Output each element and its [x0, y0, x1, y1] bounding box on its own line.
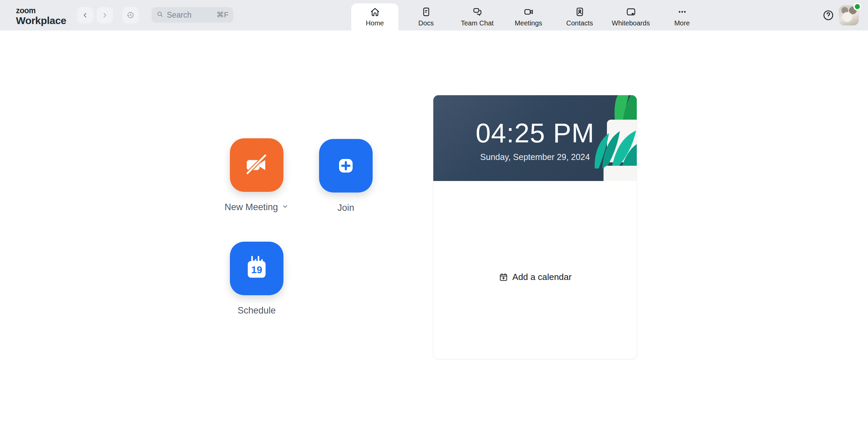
home-icon	[369, 5, 381, 18]
video-camera-icon	[522, 5, 535, 18]
search-input[interactable]	[167, 11, 214, 20]
app-header: zoom Workplace	[0, 0, 868, 31]
help-icon	[822, 9, 835, 23]
tab-docs-label: Docs	[418, 19, 434, 27]
tab-whiteboards-label: Whiteboards	[612, 19, 650, 27]
join-action: Join	[309, 139, 383, 213]
tab-home-label: Home	[366, 19, 384, 27]
search-bar[interactable]: ⌘F	[152, 7, 233, 23]
clock-date: Sunday, September 29, 2024	[433, 152, 637, 162]
clock-time: 04:25 PM	[433, 118, 637, 149]
tab-contacts[interactable]: Contacts	[554, 0, 605, 31]
schedule-button[interactable]: 19	[230, 242, 283, 295]
calendar-plus-icon	[498, 272, 509, 282]
calendar-day-number: 19	[251, 264, 262, 275]
zoom-workplace-window: zoom Workplace	[0, 0, 868, 423]
calendar-card: 04:25 PM Sunday, September 29, 2024 Add …	[433, 95, 637, 359]
tab-meetings[interactable]: Meetings	[503, 0, 554, 31]
join-button[interactable]	[319, 139, 373, 193]
calendar-icon: 19	[242, 254, 271, 283]
tab-team-chat-label: Team Chat	[461, 19, 494, 27]
presence-available-dot	[853, 3, 861, 11]
tab-more-label: More	[674, 19, 690, 27]
main-tab-bar: Home Docs Team Chat	[349, 0, 708, 31]
chat-bubbles-icon	[471, 5, 484, 18]
tab-more[interactable]: More	[656, 0, 708, 31]
video-off-icon	[242, 151, 271, 179]
tab-docs[interactable]: Docs	[400, 0, 452, 31]
help-button[interactable]	[822, 9, 835, 22]
add-calendar-button[interactable]: Add a calendar	[433, 271, 637, 283]
clock-banner: 04:25 PM Sunday, September 29, 2024	[433, 95, 637, 181]
new-meeting-label-row[interactable]: New Meeting	[224, 202, 289, 213]
zoom-workplace-logo: zoom Workplace	[16, 7, 66, 26]
history-button[interactable]	[122, 7, 139, 23]
plus-icon	[332, 152, 360, 180]
back-button[interactable]	[77, 7, 93, 23]
history-clock-icon	[126, 11, 135, 20]
ellipsis-icon	[676, 5, 689, 18]
search-shortcut: ⌘F	[217, 11, 229, 19]
schedule-label-row: Schedule	[238, 305, 276, 316]
chevron-left-icon	[81, 12, 89, 19]
logo-zoom-text: zoom	[16, 7, 66, 15]
chevron-right-icon	[101, 12, 108, 19]
user-avatar[interactable]	[839, 5, 859, 25]
schedule-label: Schedule	[238, 305, 276, 316]
join-label: Join	[337, 203, 354, 213]
schedule-action: 19 Schedule	[219, 242, 294, 316]
new-meeting-button[interactable]	[230, 138, 283, 192]
add-calendar-label: Add a calendar	[512, 272, 572, 282]
chevron-down-icon	[281, 202, 289, 213]
search-icon	[156, 11, 164, 19]
new-meeting-label: New Meeting	[224, 202, 278, 213]
new-meeting-action: New Meeting	[219, 138, 294, 213]
tab-contacts-label: Contacts	[566, 19, 593, 27]
tab-team-chat[interactable]: Team Chat	[452, 0, 503, 31]
forward-button[interactable]	[97, 7, 113, 23]
whiteboard-icon	[625, 5, 637, 18]
tab-home[interactable]: Home	[349, 0, 400, 31]
tab-whiteboards[interactable]: Whiteboards	[605, 0, 656, 31]
logo-workplace-text: Workplace	[16, 16, 66, 26]
docs-icon	[420, 5, 433, 18]
contact-card-icon	[573, 5, 586, 18]
join-label-row: Join	[337, 203, 354, 213]
tab-meetings-label: Meetings	[515, 19, 542, 27]
